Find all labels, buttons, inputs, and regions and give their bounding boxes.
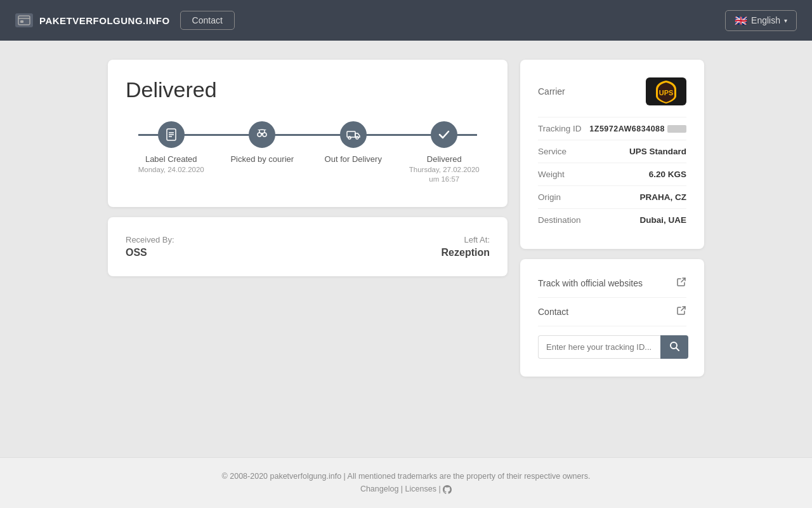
svg-line-17 [676, 348, 679, 351]
search-icon [669, 341, 679, 351]
origin-value: PRAHA, CZ [640, 192, 687, 202]
svg-point-11 [348, 137, 351, 139]
track-official-link[interactable]: Track with official websites [538, 277, 686, 298]
flag-icon: 🇬🇧 [735, 15, 747, 27]
footer-separator-1: | [401, 485, 405, 493]
svg-line-15 [681, 307, 685, 311]
svg-point-7 [263, 133, 266, 137]
svg-point-6 [258, 133, 261, 137]
github-icon [443, 485, 452, 494]
contact-link[interactable]: Contact [538, 298, 686, 326]
tracking-input-row [538, 335, 686, 359]
service-value: UPS Standard [629, 147, 686, 156]
left-at: Left At: Rezeption [442, 235, 490, 258]
footer-links: Changelog | Licenses | [14, 485, 798, 494]
step-circle-delivery [340, 121, 367, 148]
contact-link-label: Contact [538, 307, 568, 317]
track-official-label: Track with official websites [538, 278, 643, 288]
ups-logo: UPS [646, 77, 686, 105]
nav-contact-button[interactable]: Contact [180, 11, 235, 30]
status-card: Delivered [108, 60, 508, 207]
weight-value: 6.20 KGS [649, 170, 686, 179]
timeline-step-out-for-delivery: Out for Delivery [308, 121, 399, 183]
service-row: Service UPS Standard [538, 140, 686, 163]
service-label: Service [538, 147, 566, 156]
delivery-info: Received By: OSS Left At: Rezeption [126, 235, 490, 258]
left-at-value: Rezeption [442, 247, 490, 258]
brand: PAKETVERFOLGUNG.INFO [15, 13, 170, 27]
weight-label: Weight [538, 170, 565, 179]
destination-row: Destination Dubai, UAE [538, 208, 686, 231]
tracking-search-input[interactable] [538, 335, 660, 359]
carrier-label: Carrier [538, 86, 565, 97]
destination-value: Dubai, UAE [639, 215, 686, 225]
tracking-id-value: 1Z5972AW6834088 [589, 124, 686, 133]
brand-icon [15, 13, 33, 27]
step-label-text-2: Picked by courier [230, 154, 294, 164]
footer: © 2008-2020 paketverfolgung.info | All m… [0, 457, 812, 508]
status-title: Delivered [126, 77, 490, 102]
footer-copyright: © 2008-2020 paketverfolgung.info | All m… [14, 472, 798, 481]
step-circle-picked [249, 121, 275, 148]
carrier-row: Carrier UPS [538, 77, 686, 105]
right-panel: Carrier UPS Tracking ID 1Z5972AW6834088 [520, 60, 704, 438]
timeline-step-label-created: Label Created Monday, 24.02.2020 [126, 121, 217, 183]
received-by: Received By: OSS [126, 235, 174, 258]
external-link-icon-track [676, 277, 686, 290]
navbar: PAKETVERFOLGUNG.INFO Contact 🇬🇧 English … [0, 0, 812, 41]
footer-changelog-link[interactable]: Changelog [360, 485, 398, 493]
step-time-4: um 16:57 [429, 175, 459, 183]
navbar-right: 🇬🇧 English ▾ [725, 10, 797, 31]
svg-point-12 [356, 137, 358, 139]
delivery-info-card: Received By: OSS Left At: Rezeption [108, 217, 508, 276]
origin-row: Origin PRAHA, CZ [538, 185, 686, 208]
external-link-icon-contact [676, 305, 686, 318]
tracking-search-button[interactable] [660, 335, 688, 359]
step-circle-label-created [158, 121, 185, 148]
svg-rect-10 [347, 131, 355, 137]
weight-row: Weight 6.20 KGS [538, 163, 686, 185]
timeline-step-picked: Picked by courier [217, 121, 308, 183]
step-circle-delivered [431, 121, 457, 148]
step-date-4: Thursday, 27.02.2020 [409, 166, 480, 173]
chevron-down-icon: ▾ [784, 17, 787, 24]
left-panel: Delivered [108, 60, 508, 438]
tracking-blur [667, 125, 686, 133]
received-by-label: Received By: [126, 235, 174, 244]
timeline-step-delivered: Delivered Thursday, 27.02.2020 um 16:57 [399, 121, 490, 183]
origin-label: Origin [538, 192, 561, 202]
footer-licenses-link[interactable]: Licenses [405, 485, 436, 493]
svg-text:UPS: UPS [659, 89, 674, 97]
footer-github-link[interactable] [443, 485, 452, 493]
brand-name: PAKETVERFOLGUNG.INFO [39, 15, 170, 26]
tracking-id-row: Tracking ID 1Z5972AW6834088 [538, 117, 686, 140]
timeline: Label Created Monday, 24.02.2020 [126, 121, 490, 183]
step-date-1: Monday, 24.02.2020 [138, 166, 204, 173]
quick-links-card: Track with official websites Contact [520, 259, 704, 377]
destination-label: Destination [538, 215, 581, 225]
step-label-text-3: Out for Delivery [325, 154, 382, 164]
svg-rect-1 [20, 20, 23, 23]
carrier-card: Carrier UPS Tracking ID 1Z5972AW6834088 [520, 60, 704, 249]
main-content: Delivered [0, 41, 812, 457]
received-by-value: OSS [126, 247, 174, 258]
svg-line-14 [681, 278, 685, 282]
left-at-label: Left At: [442, 235, 490, 244]
svg-rect-0 [18, 16, 30, 25]
timeline-steps: Label Created Monday, 24.02.2020 [126, 121, 490, 183]
language-button[interactable]: 🇬🇧 English ▾ [725, 10, 797, 31]
step-label-text-4: Delivered [427, 154, 462, 164]
step-label-text-1: Label Created [145, 154, 197, 164]
tracking-id-label: Tracking ID [538, 124, 582, 133]
language-label: English [751, 15, 780, 25]
